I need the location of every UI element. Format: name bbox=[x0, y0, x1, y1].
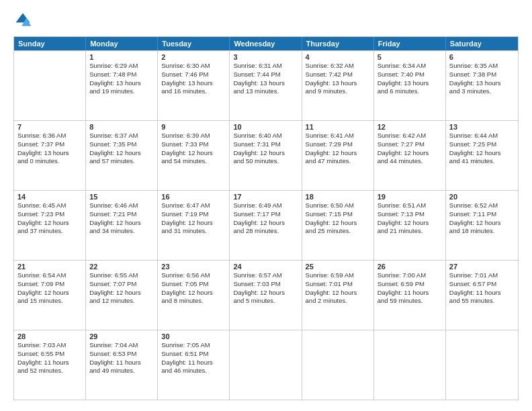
week-row-5: 28Sunrise: 7:03 AM Sunset: 6:55 PM Dayli… bbox=[14, 330, 518, 400]
day-info: Sunrise: 6:31 AM Sunset: 7:44 PM Dayligh… bbox=[233, 62, 298, 96]
day-number: 7 bbox=[17, 123, 82, 131]
day-number: 25 bbox=[306, 263, 370, 271]
header-day-monday: Monday bbox=[86, 37, 158, 50]
day-info: Sunrise: 6:34 AM Sunset: 7:40 PM Dayligh… bbox=[378, 62, 442, 96]
day-number: 2 bbox=[161, 53, 226, 61]
empty-cell bbox=[374, 330, 446, 400]
week-row-2: 7Sunrise: 6:36 AM Sunset: 7:37 PM Daylig… bbox=[14, 120, 518, 190]
header-day-sunday: Sunday bbox=[14, 37, 86, 50]
day-info: Sunrise: 6:54 AM Sunset: 7:09 PM Dayligh… bbox=[17, 271, 82, 306]
logo-icon bbox=[13, 11, 32, 30]
empty-cell bbox=[14, 51, 86, 120]
day-info: Sunrise: 6:52 AM Sunset: 7:11 PM Dayligh… bbox=[449, 201, 515, 236]
header-day-friday: Friday bbox=[374, 37, 446, 50]
day-info: Sunrise: 6:32 AM Sunset: 7:42 PM Dayligh… bbox=[306, 62, 370, 96]
day-cell-8: 8Sunrise: 6:37 AM Sunset: 7:35 PM Daylig… bbox=[86, 121, 158, 190]
day-info: Sunrise: 6:59 AM Sunset: 7:01 PM Dayligh… bbox=[306, 271, 370, 306]
day-cell-26: 26Sunrise: 7:00 AM Sunset: 6:59 PM Dayli… bbox=[374, 261, 446, 330]
day-number: 6 bbox=[449, 53, 515, 61]
day-number: 28 bbox=[17, 332, 82, 340]
day-cell-19: 19Sunrise: 6:51 AM Sunset: 7:13 PM Dayli… bbox=[374, 191, 446, 260]
day-info: Sunrise: 7:05 AM Sunset: 6:51 PM Dayligh… bbox=[161, 341, 226, 375]
week-row-1: 1Sunrise: 6:29 AM Sunset: 7:48 PM Daylig… bbox=[14, 50, 518, 120]
day-info: Sunrise: 6:49 AM Sunset: 7:17 PM Dayligh… bbox=[233, 201, 298, 236]
day-number: 3 bbox=[233, 53, 298, 61]
calendar-header: SundayMondayTuesdayWednesdayThursdayFrid… bbox=[14, 37, 518, 50]
day-info: Sunrise: 6:39 AM Sunset: 7:33 PM Dayligh… bbox=[161, 132, 226, 166]
day-number: 24 bbox=[233, 263, 298, 271]
day-info: Sunrise: 6:41 AM Sunset: 7:29 PM Dayligh… bbox=[306, 132, 370, 166]
day-info: Sunrise: 6:55 AM Sunset: 7:07 PM Dayligh… bbox=[89, 271, 154, 306]
day-info: Sunrise: 6:37 AM Sunset: 7:35 PM Dayligh… bbox=[89, 132, 154, 166]
day-number: 4 bbox=[306, 53, 370, 61]
day-info: Sunrise: 6:51 AM Sunset: 7:13 PM Dayligh… bbox=[378, 201, 442, 236]
logo bbox=[13, 11, 35, 30]
day-info: Sunrise: 6:40 AM Sunset: 7:31 PM Dayligh… bbox=[233, 132, 298, 166]
day-cell-29: 29Sunrise: 7:04 AM Sunset: 6:53 PM Dayli… bbox=[86, 330, 158, 400]
day-info: Sunrise: 6:45 AM Sunset: 7:23 PM Dayligh… bbox=[17, 201, 82, 236]
day-info: Sunrise: 6:36 AM Sunset: 7:37 PM Dayligh… bbox=[17, 132, 82, 166]
week-row-4: 21Sunrise: 6:54 AM Sunset: 7:09 PM Dayli… bbox=[14, 260, 518, 330]
day-cell-22: 22Sunrise: 6:55 AM Sunset: 7:07 PM Dayli… bbox=[86, 261, 158, 330]
day-cell-11: 11Sunrise: 6:41 AM Sunset: 7:29 PM Dayli… bbox=[302, 121, 374, 190]
day-cell-18: 18Sunrise: 6:50 AM Sunset: 7:15 PM Dayli… bbox=[302, 191, 374, 260]
calendar-body: 1Sunrise: 6:29 AM Sunset: 7:48 PM Daylig… bbox=[14, 50, 518, 400]
day-cell-30: 30Sunrise: 7:05 AM Sunset: 6:51 PM Dayli… bbox=[158, 330, 230, 400]
day-info: Sunrise: 7:00 AM Sunset: 6:59 PM Dayligh… bbox=[378, 271, 442, 306]
day-number: 18 bbox=[306, 193, 370, 201]
day-number: 29 bbox=[89, 332, 154, 340]
day-cell-23: 23Sunrise: 6:56 AM Sunset: 7:05 PM Dayli… bbox=[158, 261, 230, 330]
day-info: Sunrise: 6:50 AM Sunset: 7:15 PM Dayligh… bbox=[306, 201, 370, 236]
header-day-tuesday: Tuesday bbox=[158, 37, 230, 50]
day-cell-9: 9Sunrise: 6:39 AM Sunset: 7:33 PM Daylig… bbox=[158, 121, 230, 190]
day-number: 11 bbox=[306, 123, 370, 131]
day-cell-20: 20Sunrise: 6:52 AM Sunset: 7:11 PM Dayli… bbox=[446, 191, 518, 260]
day-cell-16: 16Sunrise: 6:47 AM Sunset: 7:19 PM Dayli… bbox=[158, 191, 230, 260]
day-cell-15: 15Sunrise: 6:46 AM Sunset: 7:21 PM Dayli… bbox=[86, 191, 158, 260]
header-day-wednesday: Wednesday bbox=[230, 37, 302, 50]
day-cell-10: 10Sunrise: 6:40 AM Sunset: 7:31 PM Dayli… bbox=[230, 121, 302, 190]
day-number: 27 bbox=[449, 263, 515, 271]
empty-cell bbox=[446, 330, 518, 400]
day-number: 13 bbox=[449, 123, 515, 131]
day-number: 23 bbox=[161, 263, 226, 271]
day-number: 26 bbox=[378, 263, 442, 271]
day-info: Sunrise: 7:01 AM Sunset: 6:57 PM Dayligh… bbox=[449, 271, 515, 306]
empty-cell bbox=[230, 330, 302, 400]
day-number: 30 bbox=[161, 332, 226, 340]
day-number: 21 bbox=[17, 263, 82, 271]
day-info: Sunrise: 7:03 AM Sunset: 6:55 PM Dayligh… bbox=[17, 341, 82, 375]
day-info: Sunrise: 6:57 AM Sunset: 7:03 PM Dayligh… bbox=[233, 271, 298, 306]
day-cell-2: 2Sunrise: 6:30 AM Sunset: 7:46 PM Daylig… bbox=[158, 51, 230, 120]
day-cell-17: 17Sunrise: 6:49 AM Sunset: 7:17 PM Dayli… bbox=[230, 191, 302, 260]
day-cell-3: 3Sunrise: 6:31 AM Sunset: 7:44 PM Daylig… bbox=[230, 51, 302, 120]
day-cell-5: 5Sunrise: 6:34 AM Sunset: 7:40 PM Daylig… bbox=[374, 51, 446, 120]
week-row-3: 14Sunrise: 6:45 AM Sunset: 7:23 PM Dayli… bbox=[14, 190, 518, 260]
day-info: Sunrise: 6:46 AM Sunset: 7:21 PM Dayligh… bbox=[89, 201, 154, 236]
day-info: Sunrise: 6:30 AM Sunset: 7:46 PM Dayligh… bbox=[161, 62, 226, 96]
day-cell-7: 7Sunrise: 6:36 AM Sunset: 7:37 PM Daylig… bbox=[14, 121, 86, 190]
day-number: 22 bbox=[89, 263, 154, 271]
header bbox=[13, 11, 519, 30]
day-cell-27: 27Sunrise: 7:01 AM Sunset: 6:57 PM Dayli… bbox=[446, 261, 518, 330]
day-number: 5 bbox=[378, 53, 442, 61]
page: SundayMondayTuesdayWednesdayThursdayFrid… bbox=[0, 0, 532, 411]
day-cell-13: 13Sunrise: 6:44 AM Sunset: 7:25 PM Dayli… bbox=[446, 121, 518, 190]
calendar: SundayMondayTuesdayWednesdayThursdayFrid… bbox=[13, 36, 519, 400]
day-number: 1 bbox=[89, 53, 154, 61]
day-cell-25: 25Sunrise: 6:59 AM Sunset: 7:01 PM Dayli… bbox=[302, 261, 374, 330]
day-info: Sunrise: 6:42 AM Sunset: 7:27 PM Dayligh… bbox=[378, 132, 442, 166]
day-number: 9 bbox=[161, 123, 226, 131]
day-number: 20 bbox=[449, 193, 515, 201]
day-info: Sunrise: 6:44 AM Sunset: 7:25 PM Dayligh… bbox=[449, 132, 515, 166]
day-number: 17 bbox=[233, 193, 298, 201]
day-cell-14: 14Sunrise: 6:45 AM Sunset: 7:23 PM Dayli… bbox=[14, 191, 86, 260]
day-info: Sunrise: 6:56 AM Sunset: 7:05 PM Dayligh… bbox=[161, 271, 226, 306]
day-cell-12: 12Sunrise: 6:42 AM Sunset: 7:27 PM Dayli… bbox=[374, 121, 446, 190]
day-number: 10 bbox=[233, 123, 298, 131]
day-number: 14 bbox=[17, 193, 82, 201]
header-day-thursday: Thursday bbox=[302, 37, 374, 50]
day-number: 8 bbox=[89, 123, 154, 131]
day-cell-4: 4Sunrise: 6:32 AM Sunset: 7:42 PM Daylig… bbox=[302, 51, 374, 120]
day-info: Sunrise: 7:04 AM Sunset: 6:53 PM Dayligh… bbox=[89, 341, 154, 375]
